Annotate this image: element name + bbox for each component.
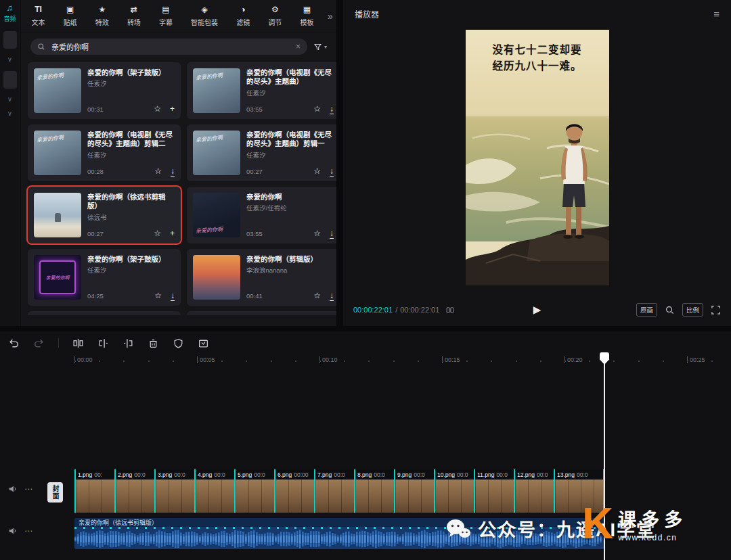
- expand-chevron-icon[interactable]: »: [324, 11, 336, 22]
- video-clip[interactable]: 11.png00:0: [474, 469, 514, 513]
- favorite-icon[interactable]: ☆: [313, 291, 321, 300]
- video-clip[interactable]: 7.png00:0: [314, 469, 354, 513]
- music-card[interactable]: 亲爱的你啊（徐远书版）徐远书☆↓: [28, 311, 181, 315]
- video-clip[interactable]: 9.png00:0: [394, 469, 434, 513]
- music-card-actions: ☆↓: [313, 291, 334, 300]
- toolbar-item-filters[interactable]: ◑滤镜: [236, 5, 250, 27]
- clear-search-icon[interactable]: ×: [296, 42, 301, 51]
- play-button[interactable]: ▶: [533, 304, 541, 316]
- video-clip[interactable]: 3.png00:0: [154, 469, 194, 513]
- rail-collapsed-item[interactable]: [3, 71, 17, 89]
- poster-caption-line2: 经历九八十一难。: [466, 58, 609, 74]
- ratio-button[interactable]: 比例: [682, 303, 703, 317]
- music-card[interactable]: 亲爱的你啊（氛围版）DJ小玉☆↓: [187, 311, 336, 315]
- redo-button[interactable]: [33, 337, 45, 349]
- sidebar-item-audio[interactable]: ♫ 音频: [3, 3, 16, 23]
- music-card-meta: 亲爱的你啊（架子鼓版）任素汐00:31☆+: [87, 68, 175, 113]
- music-card[interactable]: 亲爱的你啊（剪辑版）李浪浪nanana00:41☆↓: [187, 249, 336, 306]
- music-card-bottom: 04:25☆↓: [87, 291, 175, 300]
- clip-name: 6.png: [278, 471, 292, 478]
- timeline-ruler[interactable]: 00:0000:0500:1000:1500:2000:25: [0, 354, 731, 367]
- audio-track-mute-icon[interactable]: [8, 526, 18, 536]
- video-clip[interactable]: 1.png00:: [74, 469, 114, 513]
- filter-caret-icon: ▾: [324, 44, 327, 50]
- search-input[interactable]: [50, 42, 291, 51]
- music-card[interactable]: 亲爱的你啊亲爱的你啊（电视剧《无尽的尽头》主题曲）任素汐03:55☆↓: [187, 62, 336, 119]
- templates-icon: ▦: [303, 5, 311, 15]
- video-clip[interactable]: 6.png00:00: [274, 469, 314, 513]
- clip-name: 5.png: [238, 471, 252, 478]
- preview-zoom-icon[interactable]: [665, 305, 675, 315]
- rail-collapsed-item[interactable]: [3, 31, 17, 49]
- toolbar-item-transitions[interactable]: ⇄转场: [127, 5, 141, 27]
- music-card[interactable]: 亲爱的你啊亲爱的你啊（电视剧《无尽的尽头》主题曲）剪辑一任素汐00:27☆↓: [187, 124, 336, 181]
- favorite-icon[interactable]: ☆: [154, 291, 162, 300]
- video-clip[interactable]: 2.png00:0: [114, 469, 154, 513]
- filters-icon: ◑: [241, 5, 246, 15]
- music-card[interactable]: 亲爱的你啊亲爱的你啊（架子鼓版）任素汐04:25☆↓: [28, 249, 181, 306]
- favorite-icon[interactable]: ☆: [154, 167, 162, 175]
- search-box[interactable]: ×: [30, 39, 307, 55]
- favorite-icon[interactable]: ☆: [154, 229, 161, 237]
- toolbar-item-templates[interactable]: ▦模板: [300, 5, 313, 27]
- video-clip[interactable]: 8.png00:0: [354, 469, 394, 513]
- favorite-icon[interactable]: ☆: [313, 105, 321, 113]
- toolbar-item-smart-pack[interactable]: ◈智能包装: [191, 5, 218, 27]
- frame-grid-icon[interactable]: [445, 306, 455, 314]
- timecode: 00:00:22:01 / 00:00:22:01: [353, 306, 439, 314]
- toolbar-item-text[interactable]: TI文本: [32, 5, 45, 27]
- music-artist: 任素汐: [246, 88, 334, 97]
- trim-left-button[interactable]: [97, 337, 109, 349]
- favorite-icon[interactable]: ☆: [154, 105, 161, 113]
- clip-duration: 00:0: [374, 471, 385, 478]
- video-clip[interactable]: 10.png00:0: [434, 469, 474, 513]
- clip-thumbnails: [395, 480, 434, 513]
- add-to-track-icon[interactable]: +: [170, 229, 175, 237]
- download-icon[interactable]: ↓: [171, 167, 175, 175]
- music-card[interactable]: 亲爱的你啊亲爱的你啊（架子鼓版）任素汐00:31☆+: [28, 62, 181, 119]
- delete-button[interactable]: [148, 337, 159, 349]
- split-button[interactable]: [72, 337, 84, 349]
- download-icon[interactable]: ↓: [330, 291, 334, 300]
- video-clip-header: 1.png00:: [76, 469, 114, 480]
- music-card[interactable]: 亲爱的你啊亲爱的你啊任素汐/任宥纶03:55☆↓: [187, 187, 336, 243]
- video-clip[interactable]: 5.png00:0: [234, 469, 274, 513]
- favorite-icon[interactable]: ☆: [313, 229, 321, 237]
- trim-right-button[interactable]: [123, 337, 134, 349]
- toolbar-item-effects[interactable]: ★特效: [95, 5, 109, 27]
- video-preview[interactable]: 没有七十二变却要 经历九八十一难。: [466, 30, 609, 285]
- player-menu-icon[interactable]: ≡: [713, 8, 719, 20]
- video-track-mute-icon[interactable]: [8, 484, 18, 494]
- music-title: 亲爱的你啊: [246, 193, 334, 202]
- chevron-down-icon[interactable]: ∨: [7, 110, 12, 117]
- music-card[interactable]: 亲爱的你啊亲爱的你啊（电视剧《无尽的尽头》主题曲）剪辑二任素汐00:28☆↓: [28, 124, 181, 181]
- download-icon[interactable]: ↓: [330, 105, 334, 113]
- download-icon[interactable]: ↓: [171, 291, 175, 300]
- cover-button[interactable]: 封面: [47, 482, 63, 503]
- toolbar-item-sticker[interactable]: ▣贴纸: [64, 5, 77, 27]
- chevron-down-icon[interactable]: ∨: [7, 95, 12, 103]
- mask-button[interactable]: [173, 337, 184, 349]
- music-card[interactable]: 亲爱的你啊（徐远书剪辑版）徐远书00:27☆+: [28, 187, 181, 243]
- text-box-button[interactable]: [198, 337, 209, 349]
- music-card-bottom: 03:55☆↓: [246, 229, 334, 237]
- favorite-icon[interactable]: ☆: [313, 167, 321, 175]
- video-track-more-icon[interactable]: ⋯: [24, 484, 32, 494]
- download-icon[interactable]: ↓: [330, 167, 334, 175]
- album-art-text: 亲爱的你啊: [196, 71, 223, 81]
- clip-name: 7.png: [317, 471, 332, 478]
- audio-track-more-icon[interactable]: ⋯: [24, 526, 32, 536]
- chevron-down-icon[interactable]: ∨: [7, 55, 12, 63]
- video-clip[interactable]: 12.png00:0: [514, 469, 554, 513]
- add-to-track-icon[interactable]: +: [170, 105, 175, 113]
- fullscreen-icon[interactable]: [711, 305, 721, 315]
- undo-button[interactable]: [8, 337, 20, 349]
- filter-button[interactable]: ▾: [313, 43, 328, 51]
- download-icon[interactable]: ↓: [330, 229, 334, 237]
- toolbar-item-adjust[interactable]: ⚙调节: [268, 5, 282, 27]
- video-clip[interactable]: 4.png00:0: [194, 469, 234, 513]
- toolbar-item-captions[interactable]: ▤字幕: [159, 5, 173, 27]
- filter-funnel-icon: [313, 43, 322, 51]
- video-clip-header: 11.png00:0: [475, 469, 514, 480]
- original-quality-button[interactable]: 原画: [636, 303, 657, 317]
